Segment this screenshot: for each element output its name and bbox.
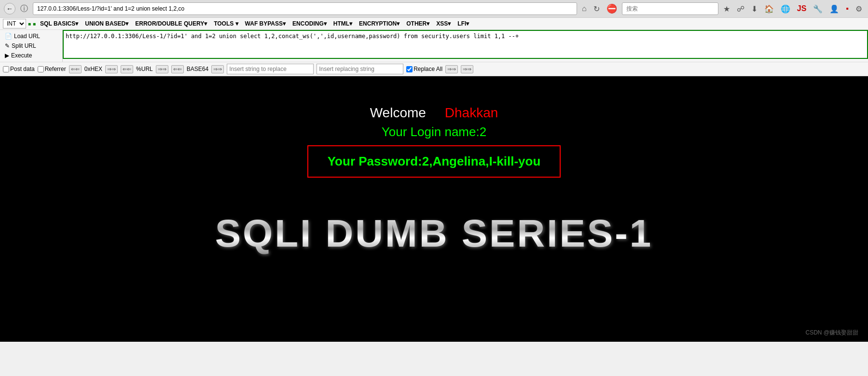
replace-btn[interactable]: ⇒⇒ xyxy=(445,65,458,73)
menu-union-based[interactable]: UNION BASED▾ xyxy=(83,19,131,28)
js-icon[interactable]: JS xyxy=(795,3,809,14)
hackbar-menu-row: INT ■ ■ SQL BASICS▾ UNION BASED▾ ERROR/D… xyxy=(0,18,868,30)
hackbar-url-area: http://127.0.0.1:3306/Less-1/?id=1' and … xyxy=(63,30,868,62)
hex-decode-btn[interactable]: ⇐⇐ xyxy=(69,65,82,73)
menu-waf-bypass[interactable]: WAF BYPASS▾ xyxy=(243,19,288,28)
plugin-icon[interactable]: ▪ xyxy=(844,3,851,14)
globe-icon[interactable]: 🌐 xyxy=(779,3,792,14)
tools-icon[interactable]: 🔧 xyxy=(811,3,825,14)
hackbar-left-panel: 📄 Load URL ✎ Split URL ▶ Execute xyxy=(0,30,63,62)
split-url-button[interactable]: ✎ Split URL xyxy=(2,42,60,50)
star-icon[interactable]: ★ xyxy=(721,3,732,14)
hackbar: INT ■ ■ SQL BASICS▾ UNION BASED▾ ERROR/D… xyxy=(0,18,868,76)
page-content: Welcome Dhakkan Your Login name:2 Your P… xyxy=(0,76,868,342)
url-encode-btn[interactable]: ⇒⇒ xyxy=(156,65,168,73)
menu-other[interactable]: OTHER▾ xyxy=(404,19,432,28)
execute-label: Execute xyxy=(11,52,32,59)
load-url-button[interactable]: 📄 Load URL xyxy=(2,32,60,41)
menu-error-double[interactable]: ERROR/DOUBLE QUERY▾ xyxy=(133,19,209,28)
reload-icon[interactable]: ↻ xyxy=(592,3,602,14)
split-icon: ✎ xyxy=(5,42,10,49)
split-url-label: Split URL xyxy=(12,42,36,49)
replace-all-label: Replace All xyxy=(413,66,442,72)
post-data-label: Post data xyxy=(10,66,35,72)
replace-all-group: Replace All xyxy=(406,66,442,72)
post-data-group: Post data xyxy=(3,66,35,72)
hex-label: 0xHEX xyxy=(84,66,102,72)
search-bar[interactable] xyxy=(622,2,718,15)
referrer-group: Referrer xyxy=(38,66,66,72)
hackbar-bottom-toolbar: Post data Referrer ⇐⇐ 0xHEX ⇒⇒ ⇐⇐ %URL ⇒… xyxy=(0,62,868,76)
menu-lfi[interactable]: LFI▾ xyxy=(455,19,471,28)
house2-icon[interactable]: 🏠 xyxy=(762,3,776,14)
replace-all-checkbox[interactable] xyxy=(406,66,413,72)
execute-icon: ▶ xyxy=(5,52,9,59)
bookmark-icon[interactable]: ☍ xyxy=(735,3,746,14)
browser-chrome: ← ⓘ ⌂ ↻ ⛔ ★ ☍ ⬇ 🏠 🌐 JS 🔧 👤 ▪ ⚙ xyxy=(0,0,868,18)
menu-sql-basics[interactable]: SQL BASICS▾ xyxy=(38,19,81,28)
home-icon[interactable]: ⌂ xyxy=(580,3,589,14)
login-name: Your Login name:2 xyxy=(307,125,561,139)
welcome-section: Welcome Dhakkan Your Login name:2 Your P… xyxy=(307,105,561,187)
green-indicator-1: ■ xyxy=(28,21,31,27)
replace-input[interactable] xyxy=(227,64,314,74)
address-bar[interactable] xyxy=(33,2,577,15)
load-icon: 📄 xyxy=(5,33,12,40)
nav-bar: ← ⓘ ⌂ ↻ ⛔ ★ ☍ ⬇ 🏠 🌐 JS 🔧 👤 ▪ ⚙ xyxy=(0,0,868,17)
password-box: Your Password:2,Angelina,I-kill-you xyxy=(307,145,561,178)
menu-xss[interactable]: XSS▾ xyxy=(434,19,453,28)
download-icon[interactable]: ⬇ xyxy=(749,3,759,14)
welcome-name: Dhakkan xyxy=(445,105,498,120)
post-data-checkbox[interactable] xyxy=(3,66,9,72)
hex-encode-btn[interactable]: ⇒⇒ xyxy=(105,65,118,73)
menu-tools[interactable]: TOOLS ▾ xyxy=(211,19,240,28)
block-icon: ⛔ xyxy=(605,2,619,15)
base64-label: BASE64 xyxy=(187,66,208,72)
password-text: Your Password:2,Angelina,I-kill-you xyxy=(328,154,541,169)
settings2-icon[interactable]: ⚙ xyxy=(854,3,864,14)
user-icon[interactable]: 👤 xyxy=(827,3,841,14)
url-label: %URL xyxy=(136,66,153,72)
sqli-title: SQLI DUMB SERIES-1 xyxy=(215,211,653,256)
menu-encryption[interactable]: ENCRYPTION▾ xyxy=(357,19,402,28)
url-decode-btn[interactable]: ⇐⇐ xyxy=(121,65,133,73)
welcome-text: Welcome xyxy=(370,105,426,120)
menu-html[interactable]: HTML▾ xyxy=(331,19,355,28)
referrer-label: Referrer xyxy=(45,66,66,72)
hackbar-main-area: 📄 Load URL ✎ Split URL ▶ Execute http://… xyxy=(0,30,868,62)
b64-encode-btn[interactable]: ⇒⇒ xyxy=(211,65,224,73)
hackbar-url-input[interactable]: http://127.0.0.1:3306/Less-1/?id=1' and … xyxy=(63,30,868,59)
menu-encoding[interactable]: ENCODING▾ xyxy=(290,19,329,28)
b64-decode-btn[interactable]: ⇐⇐ xyxy=(171,65,184,73)
int-select[interactable]: INT xyxy=(3,19,26,28)
replace-all-btn[interactable]: ⇒⇒ xyxy=(461,65,473,73)
referrer-checkbox[interactable] xyxy=(38,66,44,72)
green-indicator-2: ■ xyxy=(33,21,36,27)
back-button[interactable]: ← xyxy=(4,3,15,14)
csdn-watermark: CSDN @赚钱娶甜甜 xyxy=(805,329,858,337)
replacing-input[interactable] xyxy=(317,64,403,74)
welcome-line: Welcome Dhakkan xyxy=(307,105,561,121)
load-url-label: Load URL xyxy=(14,33,40,40)
info-icon: ⓘ xyxy=(18,3,30,15)
execute-button[interactable]: ▶ Execute xyxy=(2,51,60,60)
